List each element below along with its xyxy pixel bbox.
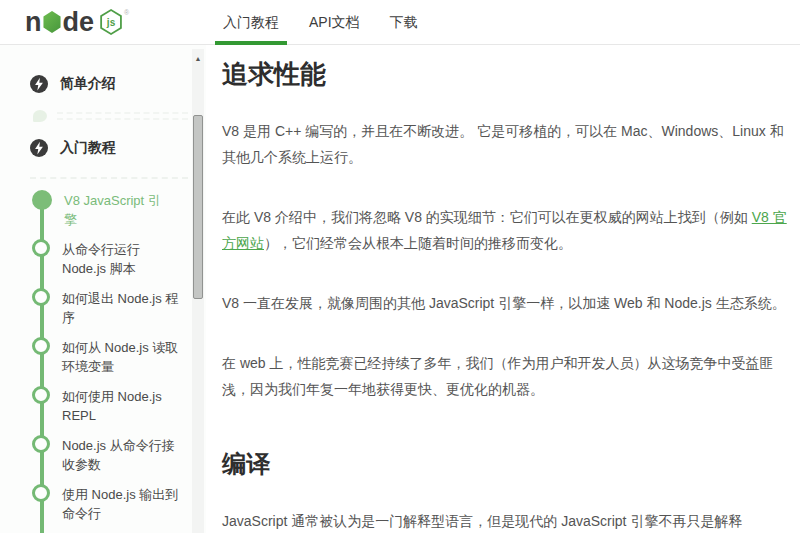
logo-letter-e: e: [79, 7, 94, 37]
sidebar: 简单介绍 入门教程 V8 JavaScript 引擎 从命令行运行 Nod: [0, 45, 206, 533]
timeline-dot-icon: [32, 386, 50, 404]
paragraph: V8 一直在发展，就像周围的其他 JavaScript 引擎一样，以加速 Web…: [222, 290, 788, 316]
ghost-dashed-divider: [30, 177, 188, 179]
section-heading-compile: 编译: [222, 448, 788, 480]
paragraph: 在此 V8 介绍中，我们将忽略 V8 的实现细节：它们可以在更权威的网站上找到（…: [222, 204, 788, 256]
scroll-up-arrow-icon[interactable]: ▲: [192, 49, 204, 62]
tutorial-timeline: V8 JavaScript 引擎 从命令行运行 Node.js 脚本 如何退出 …: [0, 185, 206, 533]
timeline-dot-icon: [32, 288, 50, 306]
sidebar-section-label: 入门教程: [60, 139, 116, 157]
ghost-sidebar-item: [0, 103, 206, 129]
sidebar-section-tutorial[interactable]: 入门教程: [0, 129, 206, 167]
nav-item-api-docs[interactable]: API文档: [301, 0, 368, 45]
logo-letter-n: n: [25, 7, 42, 37]
sidebar-section-label: 简单介绍: [60, 75, 116, 93]
nodejs-logo[interactable]: n d e js ®: [25, 7, 129, 37]
sidebar-item-read-env-vars[interactable]: 如何从 Node.js 读取环境变量: [0, 332, 206, 381]
sidebar-item-accept-input[interactable]: 在 Node.js 中从命令行接收输入: [0, 528, 206, 533]
scrollbar-thumb[interactable]: [193, 115, 203, 299]
ghost-text-lines: [57, 108, 188, 124]
app-body: 简单介绍 入门教程 V8 JavaScript 引擎 从命令行运行 Nod: [0, 45, 800, 533]
sidebar-item-accept-args[interactable]: Node.js 从命令行接收参数: [0, 430, 206, 479]
sidebar-item-output-cli[interactable]: 使用 Node.js 输出到命令行: [0, 479, 206, 528]
main-nav: 入门教程 API文档 下载: [215, 0, 426, 45]
paragraph-text: ），它们经常会从根本上随着时间的推移而变化。: [264, 235, 572, 251]
timeline-dot-icon: [32, 435, 50, 453]
nav-item-download[interactable]: 下载: [382, 0, 426, 45]
sidebar-item-v8-engine[interactable]: V8 JavaScript 引擎: [0, 185, 206, 234]
article-content: 追求性能 V8 是用 C++ 编写的，并且在不断改进。 它是可移植的，可以在 M…: [206, 45, 800, 533]
sidebar-item-run-scripts-cli[interactable]: 从命令行运行 Node.js 脚本: [0, 234, 206, 283]
timeline-dot-icon: [32, 337, 50, 355]
timeline-dot-icon: [32, 484, 50, 502]
js-hexagon-badge-icon: js: [99, 9, 123, 35]
node-hexagon-icon: [43, 11, 62, 33]
paragraph: 在 web 上，性能竞赛已经持续了多年，我们（作为用户和开发人员）从这场竞争中受…: [222, 350, 788, 402]
sidebar-item-exit-program[interactable]: 如何退出 Node.js 程序: [0, 283, 206, 332]
sidebar-item-repl[interactable]: 如何使用 Node.js REPL: [0, 381, 206, 430]
paragraph-text: 在此 V8 介绍中，我们将忽略 V8 的实现细节：它们可以在更权威的网站上找到（…: [222, 209, 752, 225]
timeline-dot-icon: [32, 239, 50, 257]
logo-letter-d: d: [63, 7, 80, 37]
timeline-dot-icon: [32, 190, 52, 210]
nav-item-tutorial[interactable]: 入门教程: [215, 0, 287, 45]
sidebar-section-introduction[interactable]: 简单介绍: [0, 65, 206, 103]
js-badge-label: js: [101, 11, 121, 33]
sidebar-scrollbar[interactable]: ▲: [192, 49, 204, 533]
paragraph: V8 是用 C++ 编写的，并且在不断改进。 它是可移植的，可以在 Mac、Wi…: [222, 118, 788, 170]
page-title: 追求性能: [222, 57, 788, 92]
lightning-icon: [30, 75, 48, 93]
ghost-circle-icon: [33, 110, 47, 122]
registered-trademark: ®: [124, 9, 129, 16]
lightning-icon: [30, 139, 48, 157]
top-header: n d e js ® 入门教程 API文档 下载: [0, 0, 800, 45]
paragraph: JavaScript 通常被认为是一门解释型语言，但是现代的 JavaScrip…: [222, 508, 788, 533]
